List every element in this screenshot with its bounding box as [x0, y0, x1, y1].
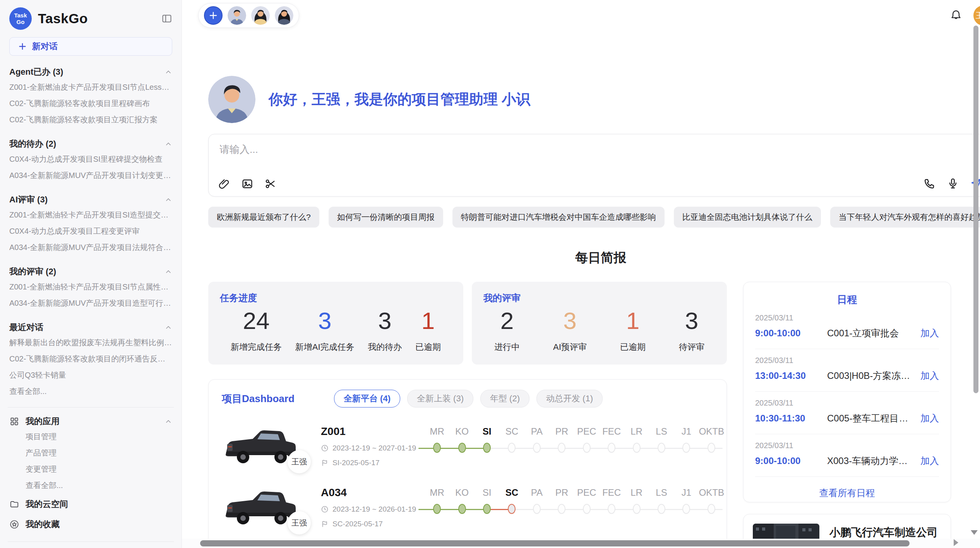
stat-item: 2进行中 [494, 307, 520, 353]
sidebar-section-header[interactable]: AI评审 (3) [9, 193, 172, 207]
horizontal-scrollbar-thumb[interactable] [200, 540, 910, 546]
project-code[interactable]: A034 [321, 486, 425, 499]
member-avatar[interactable] [275, 6, 293, 25]
milestone-dot[interactable] [483, 504, 491, 514]
view-all-link[interactable]: 查看全部... [9, 477, 172, 493]
new-chat-label: 新对话 [32, 41, 58, 52]
milestone-SC: SC [499, 487, 524, 514]
top-bar: 王强 [208, 1, 980, 30]
stat-grid: 2进行中3AI预评审1已逾期3待评审 [483, 307, 715, 353]
sidebar-item[interactable]: Z001-全新燃油轻卡产品开发项目SI造型提交物评审 [9, 207, 172, 223]
sidebar-item[interactable]: A034-全新新能源MUV产品开发项目法规符合性评审 [9, 239, 172, 255]
scroll-down-arrow[interactable] [971, 530, 978, 535]
sidebar-item[interactable]: A034-全新新能源MUV产品开发项目计划变更表编写 [9, 167, 172, 183]
milestone-dot[interactable] [533, 504, 541, 514]
stat-value: 3 [563, 307, 576, 334]
sidebar-item[interactable]: C02-飞腾新能源轻客改款项目立项汇报方案 [9, 111, 172, 128]
milestone-dot[interactable] [458, 504, 466, 514]
milestone-dot[interactable] [633, 443, 641, 453]
sidebar-sections: Agent已办 (3)Z001-全新燃油皮卡产品开发项目SI节点Lesson L… [9, 65, 172, 399]
sidebar-item[interactable]: A034-全新新能源MUV产品开发项目造型可行性评审 [9, 295, 172, 311]
join-link[interactable]: 加入 [920, 327, 939, 339]
dashboard-tab-1[interactable]: 全新上装 (3) [407, 390, 473, 408]
milestone-dot[interactable] [708, 504, 715, 514]
suggestion-chips: 欧洲新规最近颁布了什么?如何写一份清晰的项目周报特朗普可能对进口汽车增税会对中国… [208, 207, 980, 228]
stat-item: 24新增完成任务 [231, 307, 282, 353]
sidebar-item[interactable]: C0X4-动力总成开发项目工程变更评审 [9, 223, 172, 239]
suggestion-chip[interactable]: 当下年轻人对汽车外观有怎样的喜好趋势 [830, 207, 980, 228]
sidebar-section-header[interactable]: 我的评审 (2) [9, 265, 172, 279]
sidebar-app-item[interactable]: 项目管理 [9, 428, 172, 445]
milestone-dot[interactable] [508, 504, 516, 514]
milestone-PEC: PEC [574, 426, 599, 453]
sidebar-app-item[interactable]: 产品管理 [9, 445, 172, 461]
sidebar-apps-header[interactable]: 我的应用 [9, 414, 172, 428]
milestone-dot[interactable] [433, 443, 441, 453]
sidebar-section-header[interactable]: 最近对话 [9, 320, 172, 334]
schedule-panel: 日程 2025/03/119:00-10:00C001-立项审批会加入2025/… [743, 282, 951, 502]
join-link[interactable]: 加入 [920, 412, 939, 425]
project-dashboard-card: 项目Dashboard 全新平台 (4)全新上装 (3)年型 (2)动总开发 (… [208, 379, 727, 548]
sidebar-link-0[interactable]: 我的云空间 [9, 495, 172, 514]
microphone-button[interactable] [947, 177, 959, 190]
notifications-button[interactable] [949, 9, 963, 22]
chat-input[interactable] [219, 142, 980, 172]
milestone-dot[interactable] [458, 443, 466, 453]
milestone-dot[interactable] [658, 504, 665, 514]
sidebar-item[interactable]: 解释最新出台的欧盟报废车法规再生塑料比例被调至15%... [9, 334, 172, 351]
join-link[interactable]: 加入 [920, 370, 939, 382]
suggestion-chip[interactable]: 比亚迪全固态电池计划具体说了什么 [674, 207, 821, 228]
suggestion-chip[interactable]: 如何写一份清晰的项目周报 [329, 207, 443, 228]
milestone-dot[interactable] [682, 504, 690, 514]
sidebar-section-title: Agent已办 (3) [9, 66, 63, 78]
dashboard-tab-2[interactable]: 年型 (2) [480, 390, 529, 408]
milestone-dot[interactable] [558, 504, 565, 514]
dashboard-tab-3[interactable]: 动总开发 (1) [536, 390, 603, 408]
project-code[interactable]: Z001 [321, 425, 425, 438]
sidebar-item[interactable]: C0X4-动力总成开发项目SI里程碑提交物检查 [9, 151, 172, 167]
milestone-dot[interactable] [508, 443, 516, 453]
new-chat-button[interactable]: 新对话 [9, 37, 172, 56]
milestone-dot[interactable] [682, 443, 690, 453]
milestone-dot[interactable] [608, 504, 615, 514]
suggestion-chip[interactable]: 欧洲新规最近颁布了什么? [208, 207, 319, 228]
sidebar-section-header[interactable]: 我的待办 (2) [9, 137, 172, 151]
suggestion-chip[interactable]: 特朗普可能对进口汽车增税会对中国车企造成哪些影响 [452, 207, 665, 228]
member-avatar[interactable] [228, 6, 246, 25]
sidebar-item[interactable]: C02-飞腾新能源轻客改款项目里程碑画布 [9, 95, 172, 111]
user-avatar[interactable]: 王强 [973, 5, 980, 26]
attach-file-button[interactable] [218, 178, 230, 190]
screenshot-button[interactable] [264, 178, 277, 190]
join-link[interactable]: 加入 [920, 455, 939, 467]
sidebar-item[interactable]: Z001-全新燃油皮卡产品开发项目SI节点Lesson Learn报告 [9, 79, 172, 95]
scissors-icon [264, 178, 277, 190]
milestone-dot[interactable] [433, 504, 441, 514]
milestone-dot[interactable] [558, 443, 565, 453]
add-member-button[interactable] [204, 6, 223, 25]
milestone-dot[interactable] [583, 443, 591, 453]
sidebar-app-item[interactable]: 变更管理 [9, 461, 172, 477]
milestone-dot[interactable] [533, 443, 541, 453]
voice-call-button[interactable] [923, 177, 936, 190]
milestone-dot[interactable] [633, 504, 641, 514]
member-avatar[interactable] [251, 6, 270, 25]
insert-image-button[interactable] [241, 178, 254, 190]
sidebar-item[interactable]: Z001-全新燃油轻卡产品开发项目SI节点属性5D文件评审 [9, 279, 172, 295]
milestone-dot[interactable] [658, 443, 665, 453]
sidebar-link-1[interactable]: 我的收藏 [9, 515, 172, 534]
scroll-right-arrow[interactable] [954, 539, 958, 546]
milestone-dot[interactable] [708, 443, 715, 453]
sidebar-item[interactable]: C02-飞腾新能源轻客改款项目的闭环通告反馈情况 [9, 351, 172, 367]
view-all-link[interactable]: 查看全部... [9, 383, 172, 399]
vertical-scrollbar-thumb[interactable] [973, 26, 978, 393]
project-owner-badge[interactable]: 王强 [288, 450, 311, 473]
sidebar-collapse-button[interactable] [161, 13, 172, 24]
milestone-dot[interactable] [583, 504, 591, 514]
milestone-dot[interactable] [483, 443, 491, 453]
sidebar-item[interactable]: 公司Q3轻卡销量 [9, 367, 172, 383]
view-all-schedule-link[interactable]: 查看所有日程 [755, 487, 939, 499]
project-owner-badge[interactable]: 王强 [288, 511, 311, 534]
milestone-dot[interactable] [608, 443, 615, 453]
dashboard-tab-0[interactable]: 全新平台 (4) [334, 390, 400, 408]
sidebar-section-header[interactable]: Agent已办 (3) [9, 65, 172, 79]
